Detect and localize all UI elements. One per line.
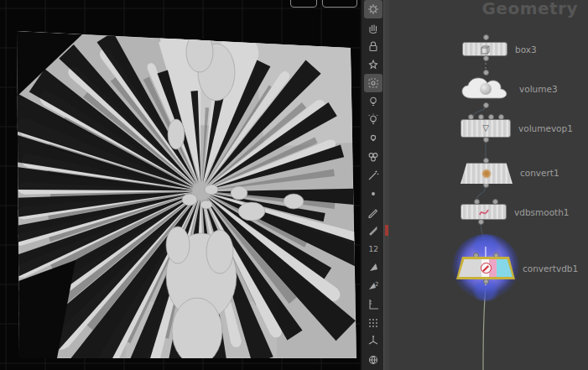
axis-jack-icon[interactable] <box>364 332 382 351</box>
view-tool-icon[interactable] <box>364 0 382 18</box>
node-label: vdbsmooth1 <box>514 207 570 217</box>
node-output-connector[interactable] <box>483 102 489 108</box>
selection-mode-icon <box>366 76 381 91</box>
vop-icon: ▽ <box>482 124 489 133</box>
node-volumevop1[interactable]: ▽ volumevop1 <box>461 119 511 138</box>
node-body[interactable] <box>461 163 513 184</box>
node-label: convert1 <box>520 168 559 178</box>
selection-outline[interactable] <box>456 257 515 279</box>
secure-selection-icon <box>366 39 381 54</box>
wand-icon[interactable] <box>364 166 382 185</box>
snap-options-icon[interactable] <box>364 55 382 74</box>
point-grid-icon <box>366 315 381 331</box>
pencil-icon <box>366 205 381 220</box>
vector-cone-icon: 2 <box>366 279 381 294</box>
divider-marker <box>385 225 388 236</box>
convert-icon <box>481 169 492 179</box>
node-label: convertvdb1 <box>523 263 578 274</box>
show-handles-icon[interactable] <box>364 18 382 37</box>
show-handles-icon <box>366 20 381 35</box>
node-output-connector[interactable] <box>483 137 489 143</box>
normals-cone-icon[interactable] <box>364 258 382 277</box>
point-numbers-icon: 12 <box>366 242 381 257</box>
node-box3[interactable]: box3 <box>462 42 507 56</box>
corner-ruler-icon[interactable] <box>364 295 382 314</box>
pencil-icon[interactable] <box>364 203 382 221</box>
houdini-window: 122 Geometry <box>0 0 588 370</box>
point-marker-icon <box>366 186 381 201</box>
pen-icon <box>366 223 381 238</box>
svg-text:12: 12 <box>368 245 377 253</box>
node-convertvdb1[interactable]: convertvdb1 <box>456 257 515 279</box>
node-output-connector[interactable] <box>478 219 484 225</box>
node-body[interactable] <box>460 75 512 103</box>
viewport-top-button-1[interactable] <box>290 0 317 8</box>
point-numbers-icon[interactable]: 12 <box>364 240 382 258</box>
vector-cone-icon[interactable]: 2 <box>364 277 382 295</box>
node-label: box3 <box>515 44 537 55</box>
selection-mode-icon[interactable] <box>364 74 382 92</box>
node-volume3[interactable]: volume3 <box>460 75 512 103</box>
lamp-icon <box>366 131 381 146</box>
sphere-icon <box>480 83 492 95</box>
svg-text:2: 2 <box>375 281 378 288</box>
material-spheres-icon <box>366 149 381 164</box>
lamp-icon[interactable] <box>364 129 382 148</box>
node-vdbsmooth1[interactable]: vdbsmooth1 <box>461 204 507 220</box>
lighting-icon[interactable] <box>364 111 382 129</box>
wand-icon <box>366 168 381 183</box>
node-label: volumevop1 <box>518 123 573 133</box>
node-body[interactable] <box>461 204 507 220</box>
point-marker-icon[interactable] <box>364 185 382 203</box>
node-output-connector[interactable] <box>483 279 489 284</box>
scene-viewport[interactable] <box>0 0 362 370</box>
point-grid-icon[interactable] <box>364 314 382 332</box>
node-input-connector[interactable] <box>483 34 489 40</box>
cube-icon <box>479 44 491 55</box>
corner-ruler-icon <box>366 297 381 312</box>
secure-selection-icon[interactable] <box>364 37 382 55</box>
viewport-top-button-2[interactable] <box>322 0 357 8</box>
prohibit-icon <box>481 263 492 274</box>
node-output-connector[interactable] <box>483 55 489 61</box>
headlight-icon <box>366 94 381 109</box>
lighting-icon <box>366 112 381 128</box>
smooth-curve-icon <box>478 207 490 217</box>
axis-jack-icon <box>366 334 381 349</box>
viewport-toolbar: 122 <box>361 0 384 370</box>
network-editor[interactable]: Geometry <box>389 0 588 370</box>
headlight-icon[interactable] <box>364 92 382 111</box>
wire-sphere-icon[interactable] <box>364 351 382 369</box>
material-spheres-icon[interactable] <box>364 148 382 166</box>
node-body[interactable]: ▽ <box>461 119 511 138</box>
wire-sphere-icon <box>366 352 381 367</box>
snap-options-icon <box>366 57 381 72</box>
pen-icon[interactable] <box>364 221 382 240</box>
view-tool-icon <box>366 2 381 17</box>
viewport-render <box>0 0 362 370</box>
node-convert1[interactable]: convert1 <box>461 163 513 183</box>
node-body[interactable] <box>459 259 513 277</box>
node-label: volume3 <box>519 84 558 94</box>
normals-cone-icon <box>366 260 381 275</box>
node-body[interactable] <box>462 42 507 56</box>
